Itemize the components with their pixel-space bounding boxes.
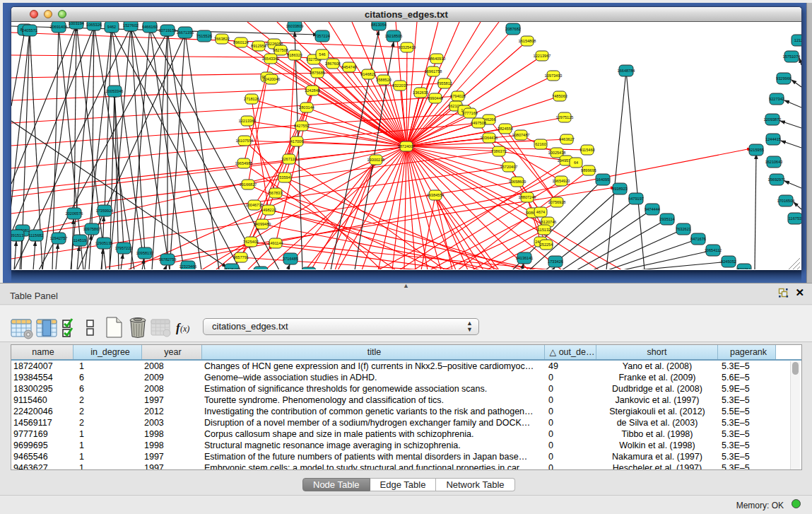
svg-text:19384554: 19384554: [427, 193, 445, 197]
svg-text:1212: 1212: [794, 38, 801, 42]
svg-text:2718126: 2718126: [244, 97, 259, 101]
svg-text:870761: 870761: [738, 267, 751, 269]
svg-text:16120746: 16120746: [539, 220, 557, 224]
svg-text:4674: 4674: [536, 210, 545, 214]
svg-text:7357224: 7357224: [314, 34, 330, 38]
svg-text:20364436: 20364436: [481, 136, 498, 140]
svg-text:22420046: 22420046: [263, 77, 281, 81]
svg-text:19218506: 19218506: [385, 34, 403, 38]
svg-text:252254: 252254: [540, 243, 553, 247]
svg-text:19300215: 19300215: [367, 158, 385, 162]
svg-text:10973493: 10973493: [545, 74, 563, 78]
svg-text:9463627: 9463627: [559, 137, 575, 141]
svg-text:16782759: 16782759: [159, 257, 177, 262]
svg-text:1498222: 1498222: [261, 208, 276, 212]
svg-text:62160: 62160: [535, 142, 546, 146]
svg-text:7625402: 7625402: [243, 240, 259, 244]
svg-text:16671355: 16671355: [177, 30, 194, 35]
svg-text:6794028: 6794028: [450, 94, 466, 98]
svg-text:567833: 567833: [269, 191, 283, 195]
svg-text:18640910: 18640910: [428, 57, 446, 61]
svg-text:19654985: 19654985: [235, 161, 253, 165]
svg-text:9657791: 9657791: [233, 255, 249, 259]
svg-text:10958137: 10958137: [136, 251, 154, 255]
svg-text:13325419: 13325419: [399, 45, 416, 49]
svg-text:2405571: 2405571: [22, 28, 37, 33]
svg-text:8813054: 8813054: [371, 23, 387, 27]
svg-text:6466160: 6466160: [142, 25, 158, 29]
svg-text:18724007: 18724007: [398, 144, 416, 148]
svg-text:872646: 872646: [225, 267, 239, 269]
svg-text:17016504: 17016504: [777, 199, 795, 203]
svg-text:2935114: 2935114: [659, 217, 674, 221]
svg-text:116753: 116753: [789, 216, 801, 221]
svg-text:7663822: 7663822: [214, 37, 230, 41]
svg-text:19654923: 19654923: [553, 179, 570, 183]
svg-text:15720407: 15720407: [500, 165, 518, 169]
svg-text:15751074: 15751074: [783, 54, 801, 59]
svg-text:8912954: 8912954: [251, 44, 266, 48]
svg-text:1115682: 1115682: [29, 233, 44, 238]
svg-text:1244415: 1244415: [765, 137, 781, 141]
svg-text:10046738: 10046738: [246, 203, 264, 207]
svg-text:9329966: 9329966: [776, 76, 792, 81]
svg-text:9115460: 9115460: [579, 148, 594, 152]
svg-text:15692971: 15692971: [768, 177, 786, 182]
svg-text:12093872: 12093872: [764, 117, 782, 122]
svg-text:8990448: 8990448: [428, 96, 443, 100]
svg-text:6479197: 6479197: [628, 197, 644, 201]
svg-text:8186323: 8186323: [287, 53, 302, 57]
svg-text:20691406: 20691406: [50, 25, 68, 29]
svg-text:8322037: 8322037: [392, 83, 408, 88]
svg-text:9245052: 9245052: [721, 259, 736, 264]
svg-text:3242848: 3242848: [305, 88, 320, 93]
svg-text:14099489: 14099489: [254, 222, 271, 226]
svg-text:8215955: 8215955: [748, 148, 764, 152]
svg-text:17359924: 17359924: [96, 209, 114, 213]
svg-text:16107554: 16107554: [236, 139, 254, 143]
svg-text:3716485: 3716485: [283, 257, 298, 261]
svg-text:10654112: 10654112: [705, 248, 722, 252]
svg-text:7632621: 7632621: [676, 227, 691, 231]
svg-text:115132: 115132: [538, 228, 551, 232]
svg-text:7386372: 7386372: [491, 149, 507, 153]
svg-text:3875685: 3875685: [310, 71, 325, 75]
svg-text:2087682: 2087682: [505, 27, 521, 31]
svg-text:9462: 9462: [107, 25, 116, 29]
svg-text:16543362: 16543362: [262, 57, 280, 61]
svg-text:12213369: 12213369: [239, 119, 257, 123]
svg-text:18807249: 18807249: [519, 195, 536, 199]
svg-text:12975125: 12975125: [556, 115, 574, 119]
svg-text:1733426: 1733426: [548, 259, 563, 264]
svg-text:(x): (x): [180, 324, 189, 334]
svg-text:9227342: 9227342: [769, 97, 784, 101]
svg-text:7485063: 7485063: [552, 94, 567, 98]
svg-text:3267110: 3267110: [281, 157, 296, 161]
svg-text:19166827: 19166827: [240, 182, 257, 187]
svg-text:64: 64: [574, 160, 578, 165]
svg-text:1065326: 1065326: [86, 23, 102, 27]
svg-text:8471676: 8471676: [690, 237, 706, 241]
svg-text:6497508: 6497508: [471, 121, 486, 125]
svg-text:8938923: 8938923: [612, 187, 628, 191]
svg-text:1491144: 1491144: [268, 241, 283, 245]
svg-text:53594: 53594: [279, 175, 290, 180]
svg-text:1527602: 1527602: [123, 23, 139, 28]
svg-text:16154808: 16154808: [519, 39, 536, 43]
svg-text:1003194: 1003194: [69, 22, 84, 25]
svg-text:9474444: 9474444: [645, 207, 660, 211]
svg-text:3824554: 3824554: [498, 127, 513, 131]
svg-text:16648784: 16648784: [618, 69, 635, 73]
svg-text:417006: 417006: [290, 139, 304, 144]
svg-text:9146821: 9146821: [360, 72, 376, 76]
svg-text:7515526: 7515526: [196, 34, 212, 38]
svg-text:9899695: 9899695: [581, 168, 596, 173]
svg-text:8454749: 8454749: [341, 65, 357, 69]
svg-text:2867608: 2867608: [325, 62, 341, 66]
svg-text:12905135: 12905135: [95, 241, 113, 245]
svg-text:164095: 164095: [596, 177, 610, 182]
svg-text:2803144: 2803144: [299, 105, 314, 110]
svg-text:16961758: 16961758: [425, 69, 442, 74]
svg-text:10025438: 10025438: [548, 151, 566, 155]
svg-text:10658609: 10658609: [509, 180, 526, 184]
